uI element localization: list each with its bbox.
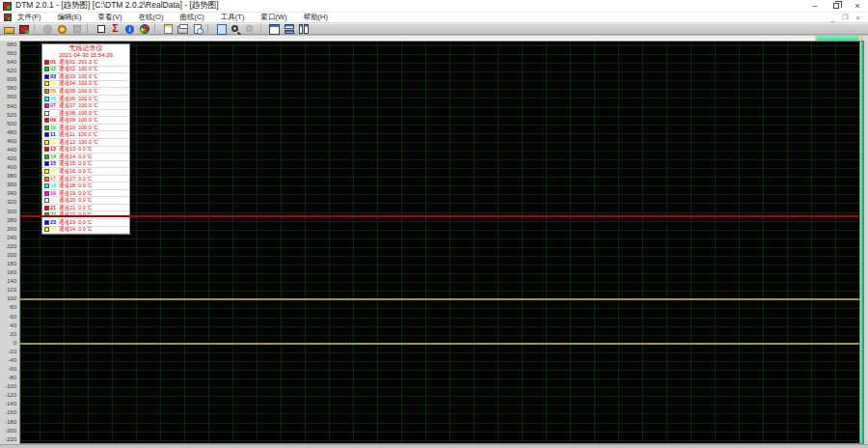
mdi-minimize-button[interactable]: _ (828, 14, 837, 21)
menu-item[interactable]: 工具(T) (221, 13, 245, 22)
app-icon (3, 2, 12, 11)
channel-number: 08 (50, 111, 59, 116)
bottom-window-border (0, 444, 868, 448)
mdi-close-button[interactable]: × (854, 14, 862, 21)
channel-color-swatch (44, 67, 49, 71)
channel-color-swatch (44, 169, 49, 174)
y-axis-tick-label: -200 (0, 428, 16, 434)
y-axis-tick-label: 580 (0, 85, 16, 91)
channel-color-swatch (44, 74, 49, 79)
legend-channel-list: 01通道01: 291.3 ℃02通道02: 100.0 ℃03通道03: 10… (42, 59, 129, 234)
tile-vertical-icon[interactable] (297, 24, 310, 35)
mdi-window-controls: _ ❐ × (828, 14, 862, 21)
menu-item[interactable]: 曲线(C) (179, 13, 203, 22)
channel-number: 17 (50, 177, 59, 182)
y-axis-tick-label: 380 (0, 173, 16, 179)
y-axis-tick-label: -180 (0, 419, 16, 425)
legend-channel-row: 13通道13: 0.0 ℃ (42, 147, 129, 154)
channel-color-swatch (44, 60, 49, 65)
y-axis-tick-label: 280 (0, 217, 16, 223)
channel-value-label: 通道24: 0.0 ℃ (59, 227, 92, 232)
vertical-scrollbar-thumb[interactable] (859, 41, 864, 444)
legend-channel-row: 05通道05: 100.0 ℃ (42, 88, 129, 96)
y-axis-tick-label: -160 (0, 409, 16, 415)
app-logo-icon[interactable] (17, 24, 30, 35)
channel-value-label: 通道15: 0.0 ℃ (59, 161, 92, 166)
mdi-child-icon[interactable] (4, 14, 12, 21)
sum-icon[interactable]: Σ (109, 24, 122, 35)
channel-color-swatch (44, 220, 49, 225)
y-axis-tick-label: 260 (0, 226, 16, 232)
channel-number: 24 (50, 227, 59, 232)
close-button[interactable]: × (847, 0, 868, 13)
menu-item[interactable]: 帮助(H) (304, 13, 328, 22)
y-axis-tick-label: 540 (0, 103, 16, 109)
y-axis-tick-label: 620 (0, 68, 16, 73)
copy-icon[interactable] (215, 24, 228, 35)
channel-color-swatch (44, 118, 49, 123)
trend-chart-workspace: 6806606406206005805605405205004804604404… (0, 41, 868, 444)
channel-number: 12 (50, 140, 59, 145)
cascade-windows-icon[interactable] (268, 24, 281, 35)
info-icon[interactable]: i (123, 24, 136, 35)
print-preview-icon[interactable] (191, 24, 203, 35)
y-axis-tick-label: 160 (0, 269, 16, 275)
mdi-restore-button[interactable]: ❐ (841, 14, 850, 21)
channel-value-label: 通道03: 100.0 ℃ (59, 74, 98, 79)
y-axis-tick-label: 520 (0, 112, 16, 118)
y-axis-tick-label: -40 (0, 357, 16, 363)
legend-panel[interactable]: 无线记录仪 2021-04-30 15:54:29 01通道01: 291.3 … (41, 43, 130, 235)
channel-number: 03 (50, 74, 59, 79)
menu-bar: 文件(F)编辑(E)查看(V)在线(O)曲线(C)工具(T)窗口(W)帮助(H)… (0, 13, 868, 23)
channel-number: 06 (50, 97, 59, 101)
pie-chart-icon[interactable] (138, 24, 150, 35)
legend-channel-row: 24通道24: 0.0 ℃ (42, 227, 129, 235)
y-axis-tick-label: 440 (0, 147, 16, 153)
channel-number: 04 (50, 81, 59, 86)
record-disabled-icon[interactable] (41, 24, 54, 35)
y-axis-labels: 6806606406206005805605405205004804604404… (0, 41, 18, 444)
restore-button[interactable] (826, 0, 847, 13)
restore-icon (833, 3, 839, 9)
channel-value-label: 通道21: 0.0 ℃ (59, 206, 92, 210)
channel-number: 21 (50, 206, 59, 210)
menu-item[interactable]: 查看(V) (98, 13, 122, 22)
y-axis-tick-label: -120 (0, 392, 16, 398)
zoom-in-icon[interactable] (230, 24, 242, 35)
channel-color-swatch (44, 89, 49, 94)
trend-chart-canvas[interactable]: 无线记录仪 2021-04-30 15:54:29 01通道01: 291.3 … (19, 41, 859, 444)
channel-number: 20 (50, 198, 59, 203)
legend-channel-row: 16通道16: 0.0 ℃ (42, 168, 129, 176)
channel-value-label: 通道17: 0.0 ℃ (59, 177, 92, 182)
y-axis-tick-label: -100 (0, 383, 16, 389)
minimize-button[interactable]: – (804, 0, 826, 13)
channel-number: 01 (50, 60, 59, 65)
menu-item[interactable]: 文件(F) (17, 13, 41, 22)
channel-color-swatch (44, 161, 49, 166)
channel-value-label: 通道20: 0.0 ℃ (59, 198, 92, 203)
menu-item[interactable]: 在线(O) (139, 13, 164, 22)
y-axis-tick-label: -140 (0, 401, 16, 406)
y-axis-tick-label: 680 (0, 42, 16, 47)
zoom-out-disabled-icon[interactable] (244, 24, 257, 35)
y-axis-tick-label: 320 (0, 199, 16, 205)
record-icon[interactable] (56, 24, 68, 35)
open-folder-icon[interactable] (3, 24, 15, 35)
dtm-application-window: DTM 2.0.1 - [趋势图] [C:\DTM 2.0.2\RealData… (0, 0, 868, 448)
notes-icon[interactable] (162, 24, 175, 35)
y-axis-tick-label: 120 (0, 287, 16, 293)
y-axis-tick-label: 140 (0, 278, 16, 284)
channel-color-swatch (44, 126, 49, 130)
menu-item[interactable]: 窗口(W) (260, 13, 286, 22)
tile-horizontal-icon[interactable] (283, 24, 295, 35)
channel-number: 19 (50, 191, 59, 196)
channel-value-label: 通道16: 0.0 ℃ (59, 169, 92, 174)
stop-disabled-icon[interactable] (70, 24, 83, 35)
channel-value-label: 通道12: 100.0 ℃ (59, 140, 98, 145)
print-icon[interactable] (176, 24, 189, 35)
y-axis-tick-label: 20 (0, 331, 16, 337)
select-area-icon[interactable] (95, 24, 107, 35)
channel-value-label: 通道05: 100.0 ℃ (59, 89, 98, 94)
menu-item[interactable]: 编辑(E) (58, 13, 82, 22)
legend-channel-row: 18通道18: 0.0 ℃ (42, 182, 129, 190)
